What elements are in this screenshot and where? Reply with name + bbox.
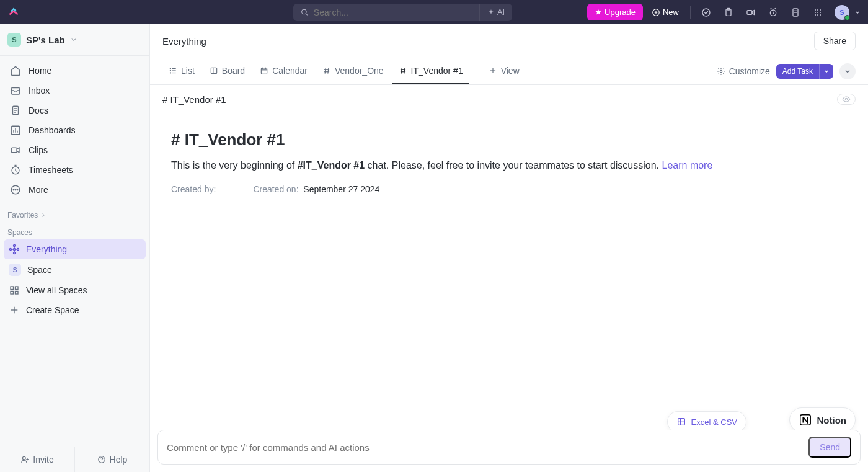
tab-list[interactable]: List (162, 58, 201, 84)
nav-list: Home Inbox Docs Dashboards Clips Timeshe… (0, 56, 149, 205)
more-options-button[interactable] (839, 63, 856, 79)
nav-timesheets[interactable]: Timesheets (4, 160, 146, 180)
create-space[interactable]: Create Space (4, 300, 146, 320)
hash-icon (399, 66, 407, 75)
video-icon (10, 145, 21, 156)
add-view[interactable]: View (482, 58, 526, 84)
nav-inbox[interactable]: Inbox (4, 81, 146, 100)
add-task-group: Add Task (776, 64, 833, 79)
notion-icon (799, 413, 812, 427)
svg-point-39 (14, 245, 16, 247)
space-label: Space (27, 265, 52, 275)
home-icon (10, 65, 21, 76)
nav-clips[interactable]: Clips (4, 140, 146, 160)
nav-home[interactable]: Home (4, 61, 146, 81)
nav-docs[interactable]: Docs (4, 100, 146, 120)
svg-rect-47 (11, 292, 14, 295)
chevron-down-icon[interactable] (854, 9, 861, 16)
tab-label: Calendar (272, 66, 308, 76)
watch-toggle[interactable] (837, 94, 856, 105)
invite-label: Invite (33, 455, 53, 465)
search-bar: AI (293, 4, 512, 21)
apps-grid-icon[interactable] (808, 3, 827, 22)
add-task-button[interactable]: Add Task (776, 64, 819, 79)
network-icon (9, 244, 20, 255)
search-box[interactable] (293, 7, 479, 17)
new-label: New (663, 7, 679, 17)
svg-rect-45 (11, 287, 14, 290)
svg-rect-59 (211, 68, 216, 73)
alarm-icon[interactable] (764, 3, 782, 22)
svg-point-16 (815, 12, 816, 13)
svg-rect-77 (678, 419, 684, 425)
user-plus-icon (20, 455, 29, 464)
nav-label: Timesheets (29, 165, 73, 175)
tab-calendar[interactable]: Calendar (254, 58, 314, 84)
workspace-switcher[interactable]: S SP's Lab (0, 24, 149, 56)
svg-point-14 (817, 9, 818, 11)
svg-point-34 (15, 189, 16, 190)
view-all-spaces[interactable]: View all Spaces (4, 280, 146, 300)
topbar: AI Upgrade New S (0, 0, 868, 24)
created-by: Created by: (171, 184, 216, 194)
nav-label: Clips (29, 145, 48, 155)
more-icon (10, 184, 21, 195)
space-label: View all Spaces (26, 285, 87, 295)
gear-icon (717, 67, 725, 76)
nav-dashboards[interactable]: Dashboards (4, 120, 146, 140)
tab-it-vendor[interactable]: IT_Vendor #1 (392, 58, 469, 84)
add-task-dropdown[interactable] (819, 64, 833, 79)
tabs-row: List Board Calendar Vendor_One IT_Vendor… (150, 58, 868, 85)
tab-label: Vendor_One (335, 66, 384, 76)
space-item[interactable]: SSpace (4, 259, 146, 280)
nav-more[interactable]: More (4, 180, 146, 200)
chevron-down-icon (70, 36, 78, 43)
composer: Send (157, 430, 861, 465)
pill-label: Notion (817, 415, 846, 425)
share-button[interactable]: Share (814, 32, 856, 50)
divider (690, 6, 691, 19)
ai-button[interactable]: AI (479, 4, 512, 21)
help-label: Help (110, 455, 128, 465)
doc-icon[interactable] (786, 3, 805, 22)
spaces-section: Spaces (0, 222, 149, 239)
check-circle-icon[interactable] (697, 3, 715, 22)
upgrade-button[interactable]: Upgrade (587, 4, 643, 20)
clipboard-icon[interactable] (719, 3, 738, 22)
avatar-initial: S (839, 9, 844, 16)
doc-icon (10, 105, 21, 116)
search-icon (301, 8, 309, 17)
clickup-logo[interactable] (7, 6, 20, 19)
user-avatar[interactable]: S (835, 5, 849, 20)
chat-content: # IT_Vendor #1 This is the very beginnin… (150, 114, 868, 472)
plus-circle-icon (652, 8, 660, 17)
tab-label: Board (222, 66, 245, 76)
notion-pill[interactable]: Notion (789, 407, 856, 432)
subheader-row: # IT_Vendor #1 (150, 85, 868, 114)
tab-vendor-one[interactable]: Vendor_One (316, 58, 390, 84)
breadcrumb[interactable]: Everything (162, 36, 206, 47)
search-input[interactable] (314, 7, 472, 17)
nav-label: More (29, 185, 48, 195)
composer-input[interactable] (167, 442, 808, 453)
list-icon (169, 66, 177, 75)
chevron-down-icon (823, 68, 830, 74)
excel-csv-pill[interactable]: Excel & CSV (667, 411, 746, 432)
svg-point-58 (170, 73, 170, 73)
space-everything[interactable]: Everything (4, 239, 146, 259)
tab-board[interactable]: Board (203, 58, 251, 84)
customize-button[interactable]: Customize (717, 66, 770, 76)
help-button[interactable]: Help (74, 447, 149, 472)
invite-button[interactable]: Invite (0, 447, 74, 472)
space-label: Create Space (26, 305, 79, 315)
created-on: Created on: September 27 2024 (253, 184, 379, 194)
favorites-section[interactable]: Favorites (0, 205, 149, 222)
svg-rect-46 (16, 287, 19, 290)
breadcrumb-row: Everything Share (150, 24, 868, 58)
send-button[interactable]: Send (808, 437, 851, 458)
learn-more-link[interactable]: Learn more (662, 160, 713, 171)
video-icon[interactable] (742, 3, 760, 22)
new-button[interactable]: New (647, 7, 684, 17)
svg-point-40 (14, 252, 16, 254)
chat-title: # IT_Vendor #1 (171, 130, 847, 149)
